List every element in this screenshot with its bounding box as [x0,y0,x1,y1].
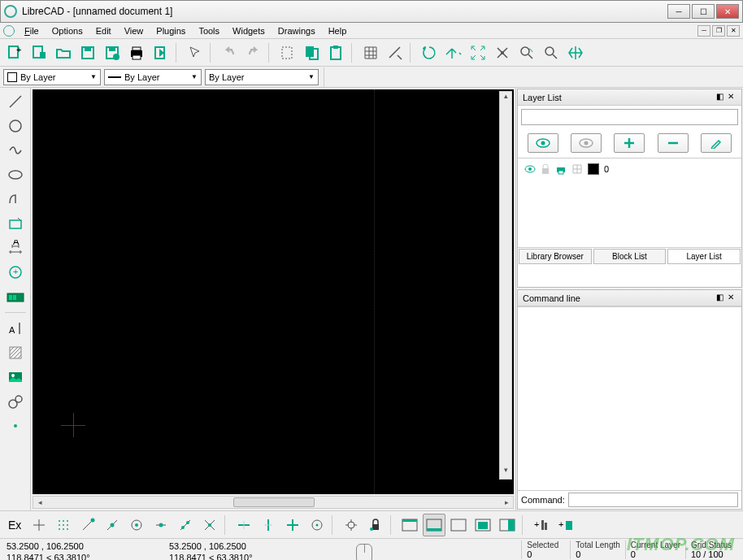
select-tool[interactable] [4,213,27,234]
restrict-horizontal-button[interactable] [232,514,255,536]
app-menu-icon[interactable] [3,25,15,37]
print-button[interactable] [125,41,148,64]
layer-hide-all-button[interactable] [571,133,602,153]
ellipse-tool[interactable] [4,164,27,185]
linetype-combo[interactable]: By Layer ▼ [205,69,319,85]
set-relative-zero-button[interactable] [340,514,363,536]
new-file-button[interactable]: + [3,41,26,64]
tab-library-browser[interactable]: Library Browser [519,249,592,264]
snap-middle-button[interactable] [150,514,172,536]
tab-mode-button[interactable] [423,514,445,536]
menu-drawings[interactable]: Drawings [272,24,322,37]
tab-layer-list[interactable]: Layer List [667,249,741,264]
point-tool[interactable] [4,415,27,436]
save-file-button[interactable] [76,41,99,64]
tab-block-list[interactable]: Block List [593,249,667,264]
new-from-template-button[interactable] [28,41,50,64]
panel-close-button[interactable]: ✕ [725,293,736,304]
dimension-tool[interactable]: A [4,237,27,258]
menu-edit[interactable]: Edit [89,24,118,37]
snap-intersection-button[interactable] [198,514,221,536]
save-as-button[interactable] [101,41,124,64]
command-input[interactable] [568,493,738,507]
panel-close-button[interactable]: ✕ [725,92,736,103]
snap-grid-button[interactable] [52,514,75,536]
layer-remove-button[interactable] [658,133,689,153]
scroll-right-icon[interactable]: ▸ [500,498,513,506]
tile-button[interactable] [496,514,519,536]
modify-tool[interactable]: + [4,262,27,283]
polyline-tool[interactable] [4,189,27,210]
linewidth-combo[interactable]: By Layer ▼ [104,69,202,85]
cut-button[interactable] [276,41,299,64]
scroll-left-icon[interactable]: ◂ [33,498,46,506]
restrict-vertical-button[interactable] [257,514,280,536]
redo-button[interactable] [242,41,265,64]
block-tool[interactable] [4,391,27,412]
hatch-tool[interactable] [4,342,27,363]
snap-on-entity-button[interactable] [101,514,124,536]
mdi-minimize-button[interactable]: ─ [697,25,710,37]
zoom-window-button[interactable] [515,41,538,64]
undo-button[interactable] [218,41,241,64]
menu-options[interactable]: Options [46,24,89,37]
grid-toggle-button[interactable] [359,41,382,64]
maximize-button[interactable]: ☐ [692,4,715,19]
info-tool[interactable] [4,286,27,307]
copy-button[interactable] [301,41,324,64]
layer-add-button[interactable] [614,133,645,153]
snap-distance-button[interactable] [174,514,197,536]
paste-button[interactable] [325,41,348,64]
zoom-previous-button[interactable] [491,41,514,64]
draft-mode-button[interactable] [384,41,406,64]
drawing-canvas[interactable]: ▴ ▾ [33,89,514,494]
print-preview-button[interactable] [150,41,172,64]
layer-show-all-button[interactable] [528,133,558,153]
horizontal-scrollbar[interactable]: ◂ ▸ [33,496,514,509]
restrict-nothing-button[interactable] [306,514,328,536]
menu-plugins[interactable]: Plugins [150,24,192,37]
zoom-in-button[interactable] [442,41,465,64]
cascade-button[interactable] [471,514,494,536]
text-tool[interactable]: A [4,318,27,339]
layer-row[interactable]: 0 [521,162,738,176]
curve-tool[interactable] [4,140,27,161]
zoom-pan-button[interactable] [540,41,563,64]
add-layer-button[interactable]: + [530,514,553,536]
zoom-extents-button[interactable] [564,41,587,64]
restrict-orthogonal-button[interactable] [281,514,304,536]
panel-float-button[interactable]: ◧ [714,92,725,103]
cursor-button[interactable] [184,41,206,64]
minimize-button[interactable]: ─ [667,4,690,19]
scroll-up-icon[interactable]: ▴ [500,92,511,105]
layer-filter-input[interactable] [521,109,738,125]
menu-widgets[interactable]: Widgets [226,24,272,37]
menu-help[interactable]: Help [322,24,354,37]
zoom-redraw-button[interactable] [418,41,441,64]
mdi-restore-button[interactable]: ❐ [712,25,725,37]
circle-tool[interactable] [4,115,27,137]
vertical-scrollbar[interactable]: ▴ ▾ [499,91,512,480]
open-file-button[interactable] [52,41,75,64]
menu-file[interactable]: FFileile [18,24,46,37]
zoom-auto-button[interactable] [467,41,489,64]
snap-endpoint-button[interactable] [76,514,99,536]
lock-relative-zero-button[interactable] [364,514,387,536]
menu-view[interactable]: View [118,24,150,37]
panel-float-button[interactable]: ◧ [714,293,725,304]
snap-center-button[interactable] [125,514,148,536]
menu-tools[interactable]: Tools [192,24,226,37]
scroll-down-icon[interactable]: ▾ [500,466,511,479]
snap-free-button[interactable] [28,514,50,536]
close-button[interactable]: ✕ [716,4,739,19]
scrollbar-thumb[interactable] [233,497,315,507]
add-block-button[interactable]: + [554,514,577,536]
color-combo[interactable]: By Layer ▼ [3,69,101,85]
image-tool[interactable] [4,367,27,388]
line-tool[interactable] [4,91,27,112]
layer-edit-button[interactable] [701,133,732,153]
exclusive-snap-label[interactable]: Ex [3,519,26,532]
mdi-close-button[interactable]: ✕ [727,25,740,37]
window-mode-button[interactable] [447,514,470,536]
fullscreen-button[interactable] [398,514,421,536]
